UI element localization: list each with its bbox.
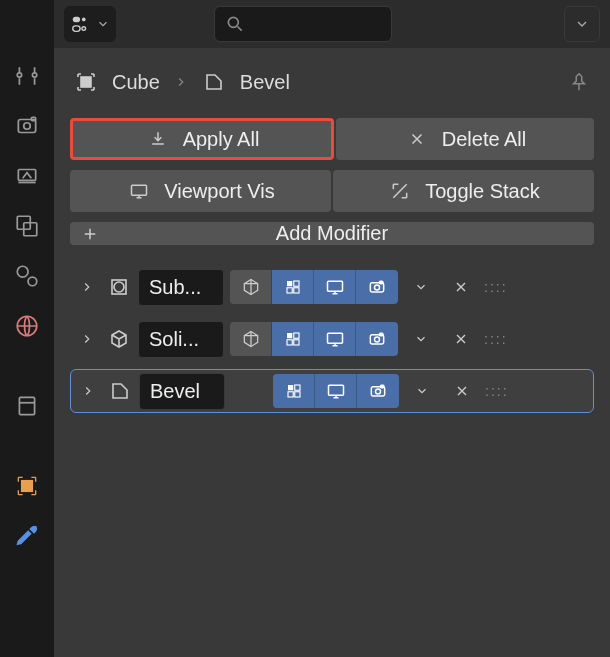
toggle-stack-label: Toggle Stack [425, 180, 540, 203]
svg-rect-18 [81, 77, 91, 87]
svg-point-17 [228, 17, 238, 27]
drag-handle[interactable]: :::: [485, 383, 509, 399]
monitor-icon [126, 181, 152, 201]
delete-all-label: Delete All [442, 128, 527, 151]
svg-rect-33 [293, 340, 298, 345]
svg-point-0 [17, 73, 21, 77]
cage-toggle[interactable] [273, 374, 315, 408]
viewport-vis-button[interactable]: Viewport Vis [70, 170, 331, 212]
modifier-row-solidify[interactable]: Soli... [70, 317, 594, 361]
modifiers-tab-icon[interactable] [11, 520, 43, 552]
breadcrumb-modifier[interactable]: Bevel [240, 71, 290, 94]
svg-rect-25 [293, 288, 298, 293]
close-icon [404, 130, 430, 148]
viewport-toggle[interactable] [314, 322, 356, 356]
render-toggle[interactable] [356, 270, 398, 304]
modifier-name-field[interactable]: Bevel [139, 373, 225, 410]
svg-rect-24 [287, 288, 292, 293]
chevron-right-icon[interactable] [81, 384, 101, 398]
modifier-panel: Cube Bevel Apply All [54, 48, 610, 427]
options-dropdown[interactable] [564, 6, 600, 42]
svg-rect-32 [287, 340, 292, 345]
svg-rect-41 [294, 392, 299, 397]
edit-mode-toggle[interactable] [230, 270, 272, 304]
properties-tab-bar [0, 0, 54, 657]
extras-dropdown[interactable] [404, 270, 438, 304]
properties-main: Cube Bevel Apply All [54, 0, 610, 657]
viewport-toggle[interactable] [314, 270, 356, 304]
breadcrumb: Cube Bevel [70, 62, 594, 108]
scene-tab-icon[interactable] [11, 260, 43, 292]
output-tab-icon[interactable] [11, 160, 43, 192]
modifier-row-subsurf[interactable]: Sub... [70, 265, 594, 309]
toggle-stack-button[interactable]: Toggle Stack [333, 170, 594, 212]
breadcrumb-object[interactable]: Cube [112, 71, 160, 94]
svg-point-1 [32, 73, 36, 77]
svg-point-9 [28, 277, 37, 286]
chevron-right-icon[interactable] [80, 332, 100, 346]
bevel-icon [202, 70, 226, 94]
delete-modifier-button[interactable] [444, 322, 478, 356]
svg-rect-42 [328, 385, 343, 395]
svg-point-3 [24, 123, 31, 130]
svg-rect-12 [22, 481, 33, 492]
svg-point-28 [375, 285, 380, 290]
object-constraints-tab-icon[interactable] [11, 390, 43, 422]
add-modifier-label: Add Modifier [110, 222, 554, 245]
render-toggle[interactable] [357, 374, 399, 408]
plus-icon [70, 225, 110, 243]
viewlayer-tab-icon[interactable] [11, 210, 43, 242]
modifier-stack: Sub... [70, 265, 594, 413]
object-icon [74, 70, 98, 94]
delete-modifier-button[interactable] [445, 374, 479, 408]
svg-rect-38 [288, 385, 293, 390]
apply-all-label: Apply All [183, 128, 260, 151]
svg-point-21 [114, 282, 124, 292]
world-tab-icon[interactable] [11, 310, 43, 342]
delete-all-button[interactable]: Delete All [336, 118, 594, 160]
svg-rect-11 [19, 397, 34, 414]
extras-dropdown[interactable] [405, 374, 439, 408]
svg-rect-13 [73, 17, 80, 23]
svg-rect-39 [294, 385, 299, 390]
download-icon [145, 129, 171, 149]
svg-rect-23 [293, 281, 298, 286]
solidify-icon [106, 326, 132, 352]
svg-rect-14 [73, 26, 80, 32]
breadcrumb-separator [174, 75, 188, 89]
svg-point-16 [82, 27, 86, 31]
delete-modifier-button[interactable] [444, 270, 478, 304]
modifier-name-field[interactable]: Sub... [138, 269, 224, 306]
svg-rect-31 [293, 333, 298, 338]
tool-tab-icon[interactable] [11, 60, 43, 92]
svg-rect-26 [327, 281, 342, 291]
search-input[interactable] [214, 6, 392, 42]
svg-rect-30 [287, 333, 292, 338]
modifier-row-bevel[interactable]: Bevel [70, 369, 594, 413]
edit-mode-toggle[interactable] [230, 322, 272, 356]
expand-icon [387, 181, 413, 201]
search-icon [225, 14, 245, 34]
add-modifier-button[interactable]: Add Modifier [70, 222, 594, 245]
svg-rect-40 [288, 392, 293, 397]
properties-header [54, 0, 610, 48]
svg-rect-5 [18, 170, 35, 181]
svg-rect-22 [287, 281, 292, 286]
cage-toggle[interactable] [272, 270, 314, 304]
extras-dropdown[interactable] [404, 322, 438, 356]
render-tab-icon[interactable] [11, 110, 43, 142]
drag-handle[interactable]: :::: [484, 279, 508, 295]
viewport-vis-label: Viewport Vis [164, 180, 274, 203]
pin-icon[interactable] [568, 71, 590, 93]
drag-handle[interactable]: :::: [484, 331, 508, 347]
svg-point-36 [375, 337, 380, 342]
svg-rect-19 [132, 185, 147, 195]
apply-all-button[interactable]: Apply All [70, 118, 334, 160]
cage-toggle[interactable] [272, 322, 314, 356]
viewport-toggle[interactable] [315, 374, 357, 408]
object-tab-icon[interactable] [11, 470, 43, 502]
render-toggle[interactable] [356, 322, 398, 356]
modifier-name-field[interactable]: Soli... [138, 321, 224, 358]
chevron-right-icon[interactable] [80, 280, 100, 294]
editor-type-switcher[interactable] [64, 6, 116, 42]
